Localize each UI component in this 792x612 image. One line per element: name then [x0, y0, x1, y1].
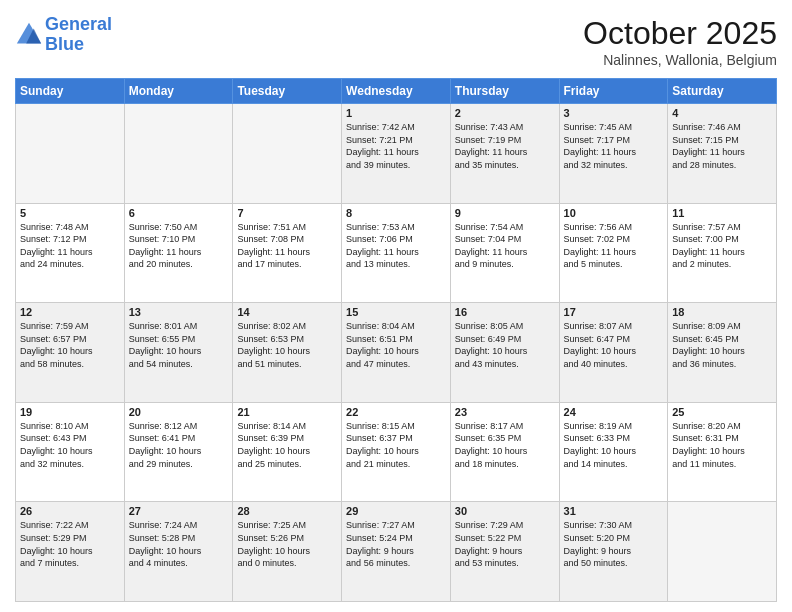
day-number: 27 — [129, 505, 229, 517]
day-number: 30 — [455, 505, 555, 517]
calendar-day-header: Monday — [124, 79, 233, 104]
day-info: Sunrise: 7:30 AM Sunset: 5:20 PM Dayligh… — [564, 519, 664, 569]
day-number: 14 — [237, 306, 337, 318]
day-number: 6 — [129, 207, 229, 219]
calendar-cell: 23Sunrise: 8:17 AM Sunset: 6:35 PM Dayli… — [450, 402, 559, 502]
calendar-cell: 4Sunrise: 7:46 AM Sunset: 7:15 PM Daylig… — [668, 104, 777, 204]
calendar-cell: 6Sunrise: 7:50 AM Sunset: 7:10 PM Daylig… — [124, 203, 233, 303]
page: General Blue October 2025 Nalinnes, Wall… — [0, 0, 792, 612]
calendar-week-row: 1Sunrise: 7:42 AM Sunset: 7:21 PM Daylig… — [16, 104, 777, 204]
day-number: 12 — [20, 306, 120, 318]
day-info: Sunrise: 8:05 AM Sunset: 6:49 PM Dayligh… — [455, 320, 555, 370]
day-number: 11 — [672, 207, 772, 219]
calendar-cell — [16, 104, 125, 204]
day-number: 28 — [237, 505, 337, 517]
day-info: Sunrise: 8:20 AM Sunset: 6:31 PM Dayligh… — [672, 420, 772, 470]
calendar-cell — [124, 104, 233, 204]
calendar-cell: 1Sunrise: 7:42 AM Sunset: 7:21 PM Daylig… — [342, 104, 451, 204]
day-info: Sunrise: 8:04 AM Sunset: 6:51 PM Dayligh… — [346, 320, 446, 370]
calendar: SundayMondayTuesdayWednesdayThursdayFrid… — [15, 78, 777, 602]
logo-line2: Blue — [45, 34, 84, 54]
day-number: 26 — [20, 505, 120, 517]
day-info: Sunrise: 7:57 AM Sunset: 7:00 PM Dayligh… — [672, 221, 772, 271]
day-number: 19 — [20, 406, 120, 418]
calendar-cell: 5Sunrise: 7:48 AM Sunset: 7:12 PM Daylig… — [16, 203, 125, 303]
day-info: Sunrise: 7:42 AM Sunset: 7:21 PM Dayligh… — [346, 121, 446, 171]
calendar-cell: 20Sunrise: 8:12 AM Sunset: 6:41 PM Dayli… — [124, 402, 233, 502]
logo-line1: General — [45, 14, 112, 34]
calendar-cell: 11Sunrise: 7:57 AM Sunset: 7:00 PM Dayli… — [668, 203, 777, 303]
calendar-cell: 3Sunrise: 7:45 AM Sunset: 7:17 PM Daylig… — [559, 104, 668, 204]
day-number: 2 — [455, 107, 555, 119]
day-info: Sunrise: 7:22 AM Sunset: 5:29 PM Dayligh… — [20, 519, 120, 569]
day-number: 29 — [346, 505, 446, 517]
calendar-week-row: 5Sunrise: 7:48 AM Sunset: 7:12 PM Daylig… — [16, 203, 777, 303]
day-info: Sunrise: 8:07 AM Sunset: 6:47 PM Dayligh… — [564, 320, 664, 370]
calendar-cell: 17Sunrise: 8:07 AM Sunset: 6:47 PM Dayli… — [559, 303, 668, 403]
day-info: Sunrise: 8:01 AM Sunset: 6:55 PM Dayligh… — [129, 320, 229, 370]
day-number: 4 — [672, 107, 772, 119]
calendar-cell: 14Sunrise: 8:02 AM Sunset: 6:53 PM Dayli… — [233, 303, 342, 403]
calendar-cell: 26Sunrise: 7:22 AM Sunset: 5:29 PM Dayli… — [16, 502, 125, 602]
day-info: Sunrise: 8:17 AM Sunset: 6:35 PM Dayligh… — [455, 420, 555, 470]
header: General Blue October 2025 Nalinnes, Wall… — [15, 15, 777, 68]
calendar-day-header: Thursday — [450, 79, 559, 104]
day-info: Sunrise: 7:43 AM Sunset: 7:19 PM Dayligh… — [455, 121, 555, 171]
day-info: Sunrise: 7:27 AM Sunset: 5:24 PM Dayligh… — [346, 519, 446, 569]
calendar-cell: 19Sunrise: 8:10 AM Sunset: 6:43 PM Dayli… — [16, 402, 125, 502]
day-info: Sunrise: 8:02 AM Sunset: 6:53 PM Dayligh… — [237, 320, 337, 370]
title-block: October 2025 Nalinnes, Wallonia, Belgium — [583, 15, 777, 68]
calendar-cell: 31Sunrise: 7:30 AM Sunset: 5:20 PM Dayli… — [559, 502, 668, 602]
location: Nalinnes, Wallonia, Belgium — [583, 52, 777, 68]
day-number: 1 — [346, 107, 446, 119]
day-info: Sunrise: 8:14 AM Sunset: 6:39 PM Dayligh… — [237, 420, 337, 470]
day-number: 25 — [672, 406, 772, 418]
day-info: Sunrise: 8:09 AM Sunset: 6:45 PM Dayligh… — [672, 320, 772, 370]
day-info: Sunrise: 7:48 AM Sunset: 7:12 PM Dayligh… — [20, 221, 120, 271]
calendar-week-row: 19Sunrise: 8:10 AM Sunset: 6:43 PM Dayli… — [16, 402, 777, 502]
calendar-cell: 21Sunrise: 8:14 AM Sunset: 6:39 PM Dayli… — [233, 402, 342, 502]
day-info: Sunrise: 7:56 AM Sunset: 7:02 PM Dayligh… — [564, 221, 664, 271]
calendar-cell: 12Sunrise: 7:59 AM Sunset: 6:57 PM Dayli… — [16, 303, 125, 403]
calendar-day-header: Wednesday — [342, 79, 451, 104]
calendar-cell: 2Sunrise: 7:43 AM Sunset: 7:19 PM Daylig… — [450, 104, 559, 204]
calendar-day-header: Sunday — [16, 79, 125, 104]
calendar-cell: 29Sunrise: 7:27 AM Sunset: 5:24 PM Dayli… — [342, 502, 451, 602]
day-number: 13 — [129, 306, 229, 318]
day-number: 31 — [564, 505, 664, 517]
day-number: 9 — [455, 207, 555, 219]
day-number: 23 — [455, 406, 555, 418]
logo-icon — [15, 21, 43, 49]
day-info: Sunrise: 7:53 AM Sunset: 7:06 PM Dayligh… — [346, 221, 446, 271]
calendar-cell: 30Sunrise: 7:29 AM Sunset: 5:22 PM Dayli… — [450, 502, 559, 602]
month-title: October 2025 — [583, 15, 777, 52]
day-info: Sunrise: 7:25 AM Sunset: 5:26 PM Dayligh… — [237, 519, 337, 569]
day-number: 21 — [237, 406, 337, 418]
day-number: 18 — [672, 306, 772, 318]
day-number: 3 — [564, 107, 664, 119]
calendar-cell: 15Sunrise: 8:04 AM Sunset: 6:51 PM Dayli… — [342, 303, 451, 403]
day-number: 24 — [564, 406, 664, 418]
day-number: 17 — [564, 306, 664, 318]
day-info: Sunrise: 8:12 AM Sunset: 6:41 PM Dayligh… — [129, 420, 229, 470]
day-info: Sunrise: 7:50 AM Sunset: 7:10 PM Dayligh… — [129, 221, 229, 271]
calendar-cell: 18Sunrise: 8:09 AM Sunset: 6:45 PM Dayli… — [668, 303, 777, 403]
calendar-cell: 28Sunrise: 7:25 AM Sunset: 5:26 PM Dayli… — [233, 502, 342, 602]
calendar-cell: 27Sunrise: 7:24 AM Sunset: 5:28 PM Dayli… — [124, 502, 233, 602]
calendar-cell — [233, 104, 342, 204]
calendar-week-row: 12Sunrise: 7:59 AM Sunset: 6:57 PM Dayli… — [16, 303, 777, 403]
day-number: 7 — [237, 207, 337, 219]
day-info: Sunrise: 7:54 AM Sunset: 7:04 PM Dayligh… — [455, 221, 555, 271]
day-number: 15 — [346, 306, 446, 318]
calendar-day-header: Tuesday — [233, 79, 342, 104]
day-info: Sunrise: 7:45 AM Sunset: 7:17 PM Dayligh… — [564, 121, 664, 171]
logo: General Blue — [15, 15, 112, 55]
day-number: 5 — [20, 207, 120, 219]
day-info: Sunrise: 7:46 AM Sunset: 7:15 PM Dayligh… — [672, 121, 772, 171]
calendar-cell: 13Sunrise: 8:01 AM Sunset: 6:55 PM Dayli… — [124, 303, 233, 403]
day-info: Sunrise: 7:24 AM Sunset: 5:28 PM Dayligh… — [129, 519, 229, 569]
day-info: Sunrise: 8:10 AM Sunset: 6:43 PM Dayligh… — [20, 420, 120, 470]
calendar-cell — [668, 502, 777, 602]
day-info: Sunrise: 7:29 AM Sunset: 5:22 PM Dayligh… — [455, 519, 555, 569]
calendar-cell: 7Sunrise: 7:51 AM Sunset: 7:08 PM Daylig… — [233, 203, 342, 303]
